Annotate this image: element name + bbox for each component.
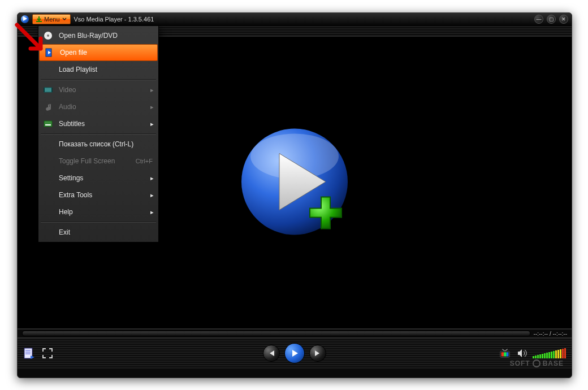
- watermark-left: SOFT: [510, 359, 530, 367]
- big-play-button[interactable]: [235, 123, 354, 243]
- bottom-controls: SOFT BASE: [18, 337, 572, 369]
- menu-item-extra-tools[interactable]: Extra Tools: [38, 187, 158, 203]
- tv-button[interactable]: [499, 347, 511, 359]
- menu-item-toggle-full-screen: Toggle Full ScreenCtrl+F: [38, 153, 158, 170]
- chevron-down-icon: [62, 17, 67, 21]
- volume-bar: [564, 348, 566, 358]
- app-icon: [21, 15, 29, 23]
- download-icon: [36, 16, 42, 22]
- blank: [43, 190, 53, 200]
- svg-rect-9: [501, 352, 504, 356]
- playlist-button[interactable]: [23, 347, 36, 359]
- menu-item-label: Subtitles: [59, 120, 85, 128]
- svg-rect-19: [45, 124, 51, 125]
- menu-item-label: Settings: [59, 174, 83, 182]
- menu-item-ctrl-l[interactable]: Показать список (Ctrl-L): [38, 136, 158, 153]
- volume-bar: [537, 355, 539, 358]
- svg-rect-17: [51, 88, 53, 92]
- volume-bar: [546, 353, 548, 358]
- volume-meter[interactable]: [533, 348, 566, 358]
- menu-separator: [41, 133, 156, 135]
- time-display: --:--:-- / --:--:--: [534, 331, 567, 337]
- menu-item-help[interactable]: Help: [38, 203, 158, 220]
- watermark-right: BASE: [543, 359, 564, 367]
- menu-item-audio: Audio: [38, 98, 158, 115]
- blank: [43, 139, 53, 149]
- menu-item-open-file[interactable]: Open file: [39, 44, 158, 61]
- menu-item-label: Toggle Full Screen: [59, 157, 115, 165]
- minimize-button[interactable]: —: [534, 15, 543, 24]
- menu-item-label: Exit: [59, 228, 70, 236]
- play-button[interactable]: [284, 343, 305, 363]
- fullscreen-button[interactable]: [41, 347, 54, 359]
- main-menu-dropdown: Open Blu-Ray/DVDOpen fileLoad PlaylistVi…: [38, 25, 159, 242]
- disc-icon: [43, 31, 53, 41]
- volume-icon[interactable]: [516, 347, 528, 359]
- titlebar: Menu Vso Media Player - 1.3.5.461 — ▢ ✕: [18, 13, 572, 26]
- menu-separator: [41, 222, 156, 223]
- video-icon: [43, 85, 53, 95]
- blank: [43, 227, 53, 237]
- volume-bar: [535, 356, 537, 358]
- right-controls: [499, 347, 566, 359]
- menu-item-load-playlist[interactable]: Load Playlist: [38, 61, 158, 78]
- svg-rect-10: [504, 352, 507, 356]
- volume-bar: [555, 350, 557, 358]
- svg-point-13: [47, 34, 49, 37]
- blank: [43, 173, 53, 183]
- svg-rect-11: [507, 352, 509, 356]
- menu-button-label: Menu: [44, 16, 60, 23]
- watermark-ring-icon: [533, 359, 541, 367]
- menu-item-settings[interactable]: Settings: [38, 170, 158, 187]
- blank: [43, 156, 53, 166]
- subtitle-icon: [43, 119, 53, 129]
- menu-item-open-blu-ray-dvd[interactable]: Open Blu-Ray/DVD: [38, 27, 158, 44]
- next-button[interactable]: [309, 345, 326, 362]
- volume-bar: [560, 349, 561, 358]
- svg-rect-18: [44, 121, 52, 127]
- volume-bar: [557, 350, 559, 358]
- file-play-icon: [44, 47, 54, 58]
- volume-bar: [542, 354, 543, 358]
- svg-rect-16: [44, 88, 45, 92]
- volume-bar: [533, 356, 534, 358]
- menu-item-label: Open Blu-Ray/DVD: [59, 32, 118, 40]
- menu-item-exit[interactable]: Exit: [38, 224, 158, 241]
- menu-button[interactable]: Menu: [32, 14, 71, 24]
- volume-bar: [544, 353, 546, 358]
- volume-bar: [548, 352, 550, 358]
- volume-bar: [539, 354, 541, 358]
- menu-item-label: Open file: [60, 49, 87, 57]
- app-window: Menu Vso Media Player - 1.3.5.461 — ▢ ✕: [17, 12, 572, 378]
- menu-item-label: Load Playlist: [59, 66, 97, 73]
- menu-item-label: Help: [59, 208, 73, 216]
- seek-bar[interactable]: [22, 331, 530, 336]
- svg-rect-15: [44, 88, 52, 92]
- volume-bar: [553, 351, 555, 358]
- menu-item-subtitles[interactable]: Subtitles: [38, 115, 158, 132]
- blank: [43, 207, 53, 217]
- menu-item-label: Extra Tools: [59, 191, 92, 199]
- menu-item-label: Audio: [59, 103, 76, 111]
- blank: [43, 64, 53, 75]
- menu-separator: [41, 79, 156, 80]
- close-button[interactable]: ✕: [559, 15, 568, 24]
- volume-bar: [551, 352, 552, 358]
- audio-icon: [43, 102, 53, 112]
- progress-row: --:--:-- / --:--:--: [18, 329, 572, 337]
- transport-controls: [263, 343, 326, 363]
- watermark: SOFT BASE: [510, 359, 564, 367]
- menu-item-label: Video: [59, 86, 76, 94]
- prev-button[interactable]: [263, 345, 280, 362]
- svg-rect-0: [36, 21, 42, 22]
- window-title: Vso Media Player - 1.3.5.461: [74, 16, 154, 23]
- maximize-button[interactable]: ▢: [547, 15, 556, 24]
- menu-item-label: Показать список (Ctrl-L): [59, 140, 133, 148]
- menu-item-accel: Ctrl+F: [136, 158, 153, 164]
- volume-bar: [562, 349, 564, 358]
- menu-item-video: Video: [38, 81, 158, 98]
